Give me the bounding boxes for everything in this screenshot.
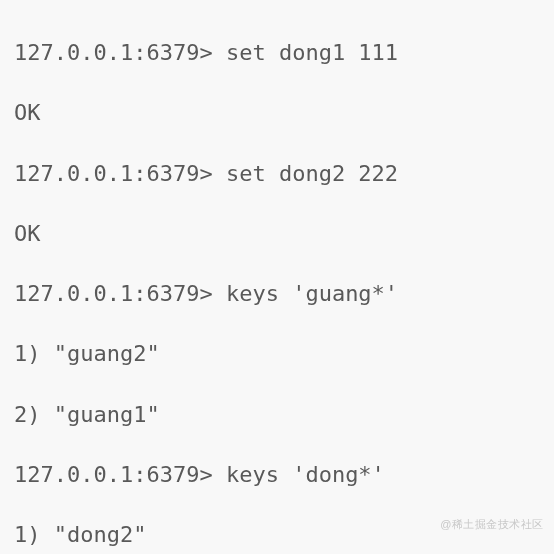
terminal-line: 127.0.0.1:6379> keys 'guang*': [14, 279, 554, 309]
watermark: @稀土掘金技术社区: [440, 517, 544, 532]
terminal-line: OK: [14, 219, 554, 249]
terminal-line: 127.0.0.1:6379> keys 'dong*': [14, 460, 554, 490]
terminal-line: 127.0.0.1:6379> set dong2 222: [14, 159, 554, 189]
terminal-line: 127.0.0.1:6379> set dong1 111: [14, 38, 554, 68]
terminal-line: 2) "guang1": [14, 400, 554, 430]
terminal-output: 127.0.0.1:6379> set dong1 111 OK 127.0.0…: [14, 8, 554, 554]
terminal-line: 1) "guang2": [14, 339, 554, 369]
terminal-line: OK: [14, 98, 554, 128]
